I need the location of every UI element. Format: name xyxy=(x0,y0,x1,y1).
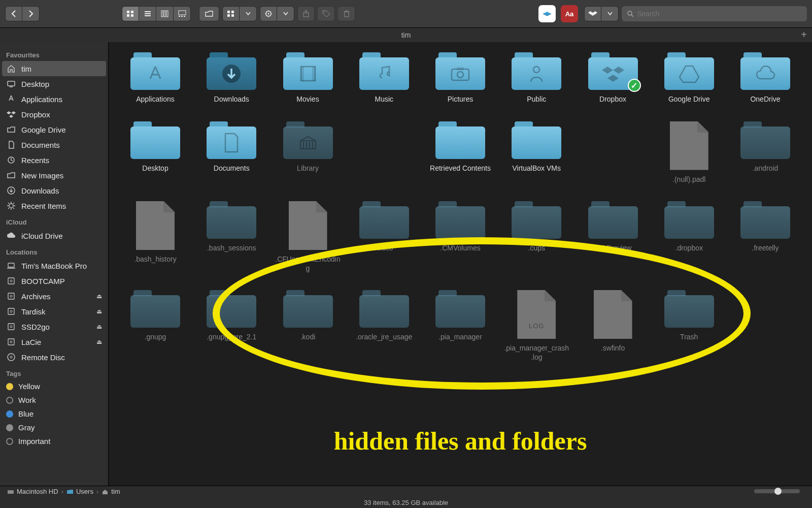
file-item[interactable]: ✓Dropbox xyxy=(580,52,647,104)
folder-icon xyxy=(359,201,409,239)
arrange-button[interactable] xyxy=(222,6,240,21)
list-view-button[interactable] xyxy=(139,6,156,21)
file-item[interactable]: .CMVolumes xyxy=(427,201,494,273)
action-menu[interactable] xyxy=(277,6,294,21)
sidebar-item-downloads[interactable]: Downloads xyxy=(0,183,108,198)
file-item[interactable]: .cups xyxy=(503,201,570,273)
file-item[interactable]: .oracle_jre_usage xyxy=(351,290,418,362)
sidebar-item-desktop[interactable]: Desktop xyxy=(0,76,108,91)
sidebar-tag-blue[interactable]: Blue xyxy=(0,407,108,421)
sidebar-tag-gray[interactable]: Gray xyxy=(0,421,108,434)
gallery-view-button[interactable] xyxy=(174,6,191,21)
file-item[interactable]: .cisco xyxy=(351,201,418,273)
sidebar-item-dropbox[interactable]: Dropbox xyxy=(0,107,108,122)
app-shortcut-dictionary[interactable]: Aa xyxy=(561,5,578,22)
dropbox-toolbar-button[interactable] xyxy=(584,6,601,21)
share-button[interactable] xyxy=(297,6,315,21)
tags-button[interactable] xyxy=(318,6,335,21)
file-item[interactable]: Movies xyxy=(275,52,342,104)
file-item[interactable]: .swfinfo xyxy=(580,290,647,362)
folder-icon xyxy=(740,52,790,90)
sidebar-item-tardisk[interactable]: Tardisk⏏ xyxy=(0,304,108,319)
file-item-label: Public xyxy=(527,95,546,104)
content-area[interactable]: ApplicationsDownloadsMoviesMusicPictures… xyxy=(109,42,812,486)
file-item-label: Applications xyxy=(136,95,175,104)
file-item[interactable]: VirtualBox VMs xyxy=(503,121,570,184)
sidebar-item-label: Blue xyxy=(18,409,33,418)
file-item[interactable]: Music xyxy=(351,52,418,104)
file-item[interactable]: .DDPreview xyxy=(580,201,647,273)
file-item[interactable]: Library xyxy=(275,121,342,184)
file-item[interactable]: .bash_sessions xyxy=(198,201,265,273)
sidebar-item-tim-s-macbook-pro[interactable]: Tim's MacBook Pro xyxy=(0,258,108,273)
eject-icon[interactable]: ⏏ xyxy=(96,338,102,345)
sidebar-item-archives[interactable]: Archives⏏ xyxy=(0,289,108,304)
file-item[interactable]: .CFUserTextEncoding xyxy=(275,201,342,273)
file-item-label: Desktop xyxy=(142,164,168,173)
sidebar-item-documents[interactable]: Documents xyxy=(0,137,108,152)
search-field[interactable] xyxy=(622,6,807,21)
search-input[interactable] xyxy=(637,10,802,18)
file-item-label: .CMVolumes xyxy=(440,244,480,253)
file-item[interactable]: Desktop xyxy=(122,121,189,184)
folder-icon xyxy=(283,52,333,90)
sidebar-item-lacie[interactable]: LaCie⏏ xyxy=(0,334,108,350)
sidebar-item-recents[interactable]: Recents xyxy=(0,152,108,168)
path-crumb-0[interactable]: Macintosh HD xyxy=(7,488,58,495)
file-item[interactable]: .dropbox xyxy=(656,201,723,273)
icon-size-slider[interactable] xyxy=(754,489,800,493)
action-button[interactable] xyxy=(260,6,277,21)
file-item[interactable]: Pictures xyxy=(427,52,494,104)
path-separator: › xyxy=(96,488,98,495)
sidebar-item-new-images[interactable]: New Images xyxy=(0,168,108,183)
back-button[interactable] xyxy=(5,6,22,21)
sidebar-item-bootcamp[interactable]: BOOTCAMP xyxy=(0,273,108,289)
sidebar-item-applications[interactable]: Applications xyxy=(0,91,108,107)
path-crumb-1[interactable]: Users xyxy=(66,488,93,495)
group-button[interactable] xyxy=(199,6,219,21)
file-item[interactable]: .kodi xyxy=(275,290,342,362)
file-item[interactable]: .pia_manager xyxy=(427,290,494,362)
file-item[interactable]: Google Drive xyxy=(656,52,723,104)
file-item[interactable]: Retrieved Contents xyxy=(427,121,494,184)
file-item[interactable]: .freetelly xyxy=(732,201,799,273)
sidebar-item-google-drive[interactable]: Google Drive xyxy=(0,122,108,137)
folder-icon xyxy=(6,170,16,180)
eject-icon[interactable]: ⏏ xyxy=(96,308,102,315)
file-item[interactable]: .android xyxy=(732,121,799,184)
dropbox-toolbar-menu[interactable] xyxy=(601,6,619,21)
eject-icon[interactable]: ⏏ xyxy=(96,323,102,330)
icon-view-button[interactable] xyxy=(122,6,139,21)
sidebar-item-recent-items[interactable]: Recent Items xyxy=(0,198,108,213)
sidebar-item-label: BOOTCAMP xyxy=(21,277,65,285)
sidebar-tag-work[interactable]: Work xyxy=(0,393,108,407)
sidebar-item-ssd2go[interactable]: SSD2go⏏ xyxy=(0,319,108,334)
arrange-menu[interactable] xyxy=(240,6,257,21)
trash-button[interactable] xyxy=(338,6,355,21)
forward-button[interactable] xyxy=(22,6,40,21)
sidebar-tag-yellow[interactable]: Yellow xyxy=(0,379,108,393)
file-item[interactable]: .gnupg_pre_2.1 xyxy=(198,290,265,362)
file-item[interactable]: Public xyxy=(503,52,570,104)
file-item[interactable]: .pia_manager_crash.log xyxy=(503,290,570,362)
sidebar-item-icloud-drive[interactable]: iCloud Drive xyxy=(0,228,108,243)
eject-icon[interactable]: ⏏ xyxy=(96,293,102,300)
sidebar-header-favourites: Favourites xyxy=(0,46,108,61)
column-view-button[interactable] xyxy=(156,6,174,21)
file-item[interactable]: Applications xyxy=(122,52,189,104)
sidebar-tag-important[interactable]: Important xyxy=(0,434,108,448)
app-shortcut-1[interactable] xyxy=(538,5,556,22)
file-item[interactable]: Trash xyxy=(656,290,723,362)
gear-icon xyxy=(6,201,16,211)
sidebar-item-tim[interactable]: tim xyxy=(2,61,106,76)
new-tab-button[interactable]: + xyxy=(801,29,807,41)
folder-icon xyxy=(283,290,333,328)
path-crumb-2[interactable]: tim xyxy=(101,488,120,495)
sidebar-item-remote-disc[interactable]: Remote Disc xyxy=(0,350,108,365)
file-item[interactable]: Documents xyxy=(198,121,265,184)
file-item[interactable]: .(null).padl xyxy=(656,121,723,184)
file-item[interactable]: .bash_history xyxy=(122,201,189,273)
file-item[interactable]: OneDrive xyxy=(732,52,799,104)
file-item[interactable]: .gnupg xyxy=(122,290,189,362)
file-item[interactable]: Downloads xyxy=(198,52,265,104)
